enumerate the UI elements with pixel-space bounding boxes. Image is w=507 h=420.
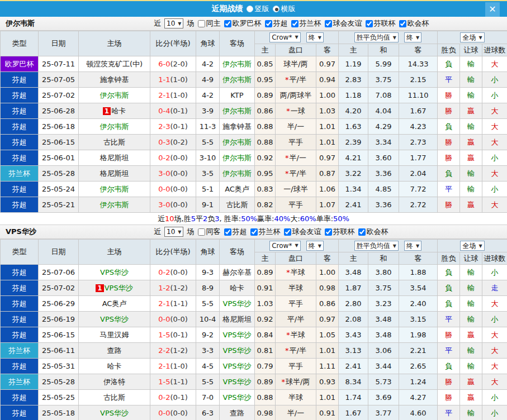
league-checkbox-input[interactable]	[366, 20, 373, 27]
league-checkbox-label: 球会友谊	[292, 227, 321, 237]
match-count-dropdown[interactable]: 10	[164, 227, 183, 237]
mean-source-dropdown[interactable]: 胜平负均值	[354, 241, 399, 251]
match-count-dropdown[interactable]: 10	[164, 18, 183, 28]
home-team-cell[interactable]: 格尼斯坦	[79, 150, 150, 166]
league-filter-checkbox[interactable]: 芬兰杯	[248, 227, 280, 237]
league-filter-checkbox[interactable]: 欧会杯	[356, 227, 388, 237]
league-checkbox-input[interactable]	[224, 20, 231, 27]
handicap-cell: 平手	[276, 135, 316, 150]
league-filter-checkbox[interactable]: 芬联杯	[323, 227, 354, 237]
corner-cell: 5-5	[196, 374, 220, 390]
league-filter-checkbox[interactable]: 芬超	[222, 227, 247, 237]
radio-unselected-icon[interactable]	[247, 6, 253, 12]
home-team-cell[interactable]: VPS华沙	[79, 312, 150, 327]
away-team-cell[interactable]: KTP	[220, 88, 255, 103]
mean-draw-cell: 3.34	[368, 135, 399, 150]
home-team-cell[interactable]: 1VPS华沙	[79, 280, 150, 296]
league-filter-checkbox[interactable]: 欧会杯	[397, 18, 429, 28]
col-score: 比分(半场)	[150, 31, 196, 56]
away-team-cell[interactable]: 伊尔韦斯	[220, 72, 255, 88]
league-checkbox-input[interactable]	[291, 20, 298, 27]
league-checkbox-input[interactable]	[325, 228, 332, 236]
score-cell: 2-1(1-1)	[150, 296, 196, 312]
mean-final-dropdown[interactable]: 终	[404, 32, 421, 42]
away-team-cell[interactable]: 施拿钟基	[220, 119, 255, 135]
league-checkbox-input[interactable]	[284, 228, 291, 236]
away-team-cell[interactable]: VPS华沙	[220, 390, 255, 405]
away-team-cell[interactable]: 赫尔辛基	[220, 265, 255, 280]
away-team-cell[interactable]: VPS华沙	[220, 374, 255, 390]
home-team-cell[interactable]: 伊尔韦斯	[79, 88, 150, 103]
league-filter-checkbox[interactable]: 球会友谊	[282, 227, 321, 237]
league-type-cell: 芬超	[1, 312, 39, 327]
away-team-cell[interactable]: VPS华沙	[220, 327, 255, 343]
odds-final-dropdown[interactable]: 终	[306, 32, 324, 42]
away-team-cell[interactable]: VPS华沙	[220, 343, 255, 359]
mean-final-dropdown[interactable]: 终	[404, 241, 421, 251]
date-cell: 25-07-02	[39, 280, 79, 296]
same-venue-input[interactable]	[198, 228, 205, 236]
league-checkbox-input[interactable]	[399, 20, 406, 27]
away-team-cell[interactable]: 哈卡	[220, 280, 255, 296]
away-team-cell[interactable]: 伊尔韦斯	[220, 150, 255, 166]
scope-dropdown[interactable]: 全场	[460, 241, 484, 251]
scope-dropdown[interactable]: 全场	[460, 32, 484, 42]
away-team-cell[interactable]: 伊尔韦斯	[220, 135, 255, 150]
odds-source-dropdown[interactable]: Crow*	[269, 32, 300, 42]
league-checkbox-input[interactable]	[265, 20, 272, 27]
home-team-cell[interactable]: 施拿钟基	[79, 72, 150, 88]
league-checkbox-input[interactable]	[358, 228, 366, 236]
away-team-cell[interactable]: VPS华沙	[220, 296, 255, 312]
league-filter-checkbox[interactable]: 芬超	[263, 18, 287, 28]
league-type-cell: 芬超	[1, 280, 39, 296]
same-venue-checkbox[interactable]: 同客	[196, 227, 220, 237]
home-team-cell[interactable]: 伊尔韦斯	[79, 182, 150, 197]
league-filter-checkbox[interactable]: 欧罗巴杯	[222, 18, 261, 28]
home-team-cell[interactable]: 伊尔韦斯	[79, 197, 150, 213]
home-team-cell[interactable]: 顿涅茨克矿工(中)	[79, 56, 150, 72]
away-team-cell[interactable]: AC奥卢	[220, 182, 255, 197]
same-venue-checkbox[interactable]: 同主	[196, 18, 220, 28]
away-odds-cell: 1.00	[316, 88, 339, 103]
away-team-cell[interactable]: 格尼斯坦	[220, 312, 255, 327]
league-checkbox-input[interactable]	[224, 228, 231, 236]
home-team-cell[interactable]: 1哈卡	[79, 103, 150, 119]
mean-draw-cell: 3.48	[368, 312, 399, 327]
home-team-cell[interactable]: 古比斯	[79, 135, 150, 150]
home-team-cell[interactable]: 伊洛特	[79, 374, 150, 390]
away-team-cell[interactable]: 伊尔韦斯	[220, 166, 255, 182]
summary-part: 3	[215, 214, 219, 223]
odds-source-dropdown[interactable]: Crow*	[269, 241, 300, 251]
league-filter-checkbox[interactable]: 芬联杯	[363, 18, 395, 28]
away-team-cell[interactable]: 伊尔韦斯	[220, 56, 255, 72]
league-filter-checkbox[interactable]: 芬兰杯	[289, 18, 321, 28]
home-team-cell[interactable]: 查路	[79, 343, 150, 359]
home-team-cell[interactable]: 古比斯	[79, 390, 150, 405]
league-type-cell: 芬超	[1, 265, 39, 280]
close-icon[interactable]: ✕	[485, 2, 500, 17]
radio-selected-icon[interactable]	[273, 6, 279, 12]
home-team-cell[interactable]: 马里汉姆	[79, 327, 150, 343]
league-checkbox-input[interactable]	[250, 228, 258, 236]
home-team-cell[interactable]: 伊尔韦斯	[79, 119, 150, 135]
goals-result-cell: 大	[482, 343, 507, 359]
away-team-cell[interactable]: 伊尔韦斯	[220, 103, 255, 119]
odds-final-dropdown[interactable]: 终	[306, 241, 324, 251]
league-checkbox-input[interactable]	[325, 20, 332, 27]
score-cell: 3-0(0-0)	[150, 197, 196, 213]
league-filter-checkbox[interactable]: 球会友谊	[323, 18, 362, 28]
home-team-cell[interactable]: VPS华沙	[79, 405, 150, 420]
home-team-cell[interactable]: AC奥卢	[79, 296, 150, 312]
away-team-cell[interactable]: VPS华沙	[220, 359, 255, 374]
mean-source-dropdown[interactable]: 胜平负均值	[354, 32, 399, 42]
layout-radio-vertical[interactable]: 竖版	[247, 4, 269, 14]
away-team-cell[interactable]: 查路	[220, 405, 255, 420]
home-team-cell[interactable]: VPS华沙	[79, 265, 150, 280]
record-summary: 近10场,胜5平2负3, 胜率:50% 赢率:40% 大:60% 单率:50%	[0, 213, 507, 225]
home-team-cell[interactable]: 哈卡	[79, 359, 150, 374]
layout-radio-horizontal[interactable]: 横版	[273, 4, 296, 14]
away-team-cell[interactable]: 古比斯	[220, 197, 255, 213]
mean-draw-cell: 3.06	[368, 343, 399, 359]
home-team-cell[interactable]: 格尼斯坦	[79, 166, 150, 182]
same-venue-input[interactable]	[198, 20, 205, 27]
